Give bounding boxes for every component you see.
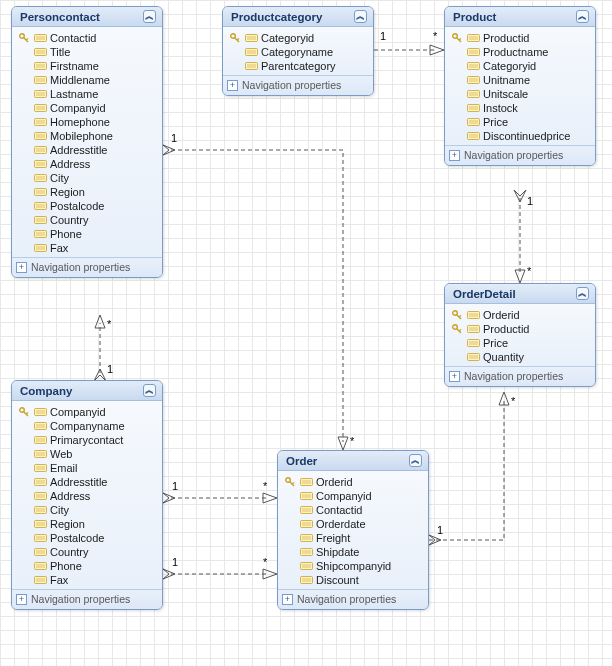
- nav-properties[interactable]: + Navigation properties: [12, 257, 162, 277]
- property-row[interactable]: Productname: [449, 45, 591, 59]
- property-icon: [299, 505, 313, 516]
- collapse-icon[interactable]: ︽: [354, 10, 367, 23]
- property-row[interactable]: Address: [16, 157, 158, 171]
- nav-properties[interactable]: + Navigation properties: [278, 589, 428, 609]
- expand-icon[interactable]: +: [449, 150, 460, 161]
- property-row[interactable]: Middlename: [16, 73, 158, 87]
- collapse-icon[interactable]: ︽: [409, 454, 422, 467]
- property-icon: [466, 103, 480, 114]
- multiplicity-star: *: [263, 556, 267, 568]
- property-row[interactable]: Orderid: [449, 308, 591, 322]
- property-row[interactable]: Contactid: [16, 31, 158, 45]
- entity-header[interactable]: Order ︽: [278, 451, 428, 471]
- entity-body: CompanyidCompanynamePrimarycontactWebEma…: [12, 401, 162, 589]
- entity-productcategory[interactable]: Productcategory ︽ CategoryidCategoryname…: [222, 6, 374, 96]
- property-row[interactable]: Address: [16, 489, 158, 503]
- property-row[interactable]: Region: [16, 517, 158, 531]
- property-row[interactable]: Email: [16, 461, 158, 475]
- property-row[interactable]: Homephone: [16, 115, 158, 129]
- entity-body: OrderidProductidPriceQuantity: [445, 304, 595, 366]
- property-row[interactable]: Region: [16, 185, 158, 199]
- nav-properties[interactable]: + Navigation properties: [445, 366, 595, 386]
- entity-company[interactable]: Company ︽ CompanyidCompanynamePrimarycon…: [11, 380, 163, 610]
- property-label: Freight: [316, 532, 350, 544]
- property-row[interactable]: Lastname: [16, 87, 158, 101]
- property-row[interactable]: Price: [449, 115, 591, 129]
- expand-icon[interactable]: +: [16, 594, 27, 605]
- nav-properties[interactable]: + Navigation properties: [12, 589, 162, 609]
- svg-rect-9: [34, 63, 46, 70]
- nav-properties[interactable]: + Navigation properties: [223, 75, 373, 95]
- property-row[interactable]: Quantity: [449, 350, 591, 364]
- property-row[interactable]: Unitname: [449, 73, 591, 87]
- property-row[interactable]: City: [16, 503, 158, 517]
- nav-label: Navigation properties: [31, 593, 130, 605]
- expand-icon[interactable]: +: [16, 262, 27, 273]
- property-row[interactable]: Categoryid: [449, 59, 591, 73]
- collapse-icon[interactable]: ︽: [576, 287, 589, 300]
- property-row[interactable]: Shipcompanyid: [282, 559, 424, 573]
- property-row[interactable]: Postalcode: [16, 199, 158, 213]
- property-row[interactable]: Productid: [449, 31, 591, 45]
- entity-order[interactable]: Order ︽ OrderidCompanyidContactidOrderda…: [277, 450, 429, 610]
- property-row[interactable]: Phone: [16, 559, 158, 573]
- property-row[interactable]: Primarycontact: [16, 433, 158, 447]
- property-label: Contactid: [316, 504, 362, 516]
- property-row[interactable]: Addresstitle: [16, 143, 158, 157]
- collapse-icon[interactable]: ︽: [143, 384, 156, 397]
- property-row[interactable]: Categoryname: [227, 45, 369, 59]
- entity-product[interactable]: Product ︽ ProductidProductnameCategoryid…: [444, 6, 596, 166]
- property-label: Companyid: [316, 490, 372, 502]
- entity-header[interactable]: Productcategory ︽: [223, 7, 373, 27]
- property-row[interactable]: Freight: [282, 531, 424, 545]
- property-icon: [33, 547, 47, 558]
- property-row[interactable]: Orderdate: [282, 517, 424, 531]
- property-row[interactable]: Productid: [449, 322, 591, 336]
- property-row[interactable]: Mobilephone: [16, 129, 158, 143]
- expand-icon[interactable]: +: [282, 594, 293, 605]
- property-row[interactable]: Price: [449, 336, 591, 350]
- property-row[interactable]: Phone: [16, 227, 158, 241]
- property-row[interactable]: Shipdate: [282, 545, 424, 559]
- property-label: Instock: [483, 102, 518, 114]
- property-row[interactable]: Contactid: [282, 503, 424, 517]
- entity-orderdetail[interactable]: OrderDetail ︽ OrderidProductidPriceQuant…: [444, 283, 596, 387]
- entity-personcontact[interactable]: Personcontact ︽ ContactidTitleFirstnameM…: [11, 6, 163, 278]
- entity-header[interactable]: OrderDetail ︽: [445, 284, 595, 304]
- property-row[interactable]: Country: [16, 545, 158, 559]
- property-row[interactable]: Firstname: [16, 59, 158, 73]
- property-row[interactable]: Web: [16, 447, 158, 461]
- property-row[interactable]: Postalcode: [16, 531, 158, 545]
- expand-icon[interactable]: +: [449, 371, 460, 382]
- property-row[interactable]: Country: [16, 213, 158, 227]
- svg-rect-69: [467, 49, 479, 56]
- property-row[interactable]: Categoryid: [227, 31, 369, 45]
- property-row[interactable]: Discount: [282, 573, 424, 587]
- property-row[interactable]: Addresstitle: [16, 475, 158, 489]
- collapse-icon[interactable]: ︽: [576, 10, 589, 23]
- property-row[interactable]: Companyname: [16, 419, 158, 433]
- property-row[interactable]: Orderid: [282, 475, 424, 489]
- property-row[interactable]: Companyid: [16, 101, 158, 115]
- property-row[interactable]: Parentcategory: [227, 59, 369, 73]
- property-row[interactable]: Instock: [449, 101, 591, 115]
- property-label: Companyname: [50, 420, 125, 432]
- entity-header[interactable]: Personcontact ︽: [12, 7, 162, 27]
- entity-header[interactable]: Product ︽: [445, 7, 595, 27]
- svg-rect-153: [300, 479, 312, 486]
- svg-line-152: [292, 483, 294, 485]
- nav-properties[interactable]: + Navigation properties: [445, 145, 595, 165]
- entity-header[interactable]: Company ︽: [12, 381, 162, 401]
- property-row[interactable]: Fax: [16, 241, 158, 255]
- expand-icon[interactable]: +: [227, 80, 238, 91]
- property-row[interactable]: Discontinuedprice: [449, 129, 591, 143]
- property-row[interactable]: Title: [16, 45, 158, 59]
- property-row[interactable]: Unitscale: [449, 87, 591, 101]
- property-row[interactable]: Companyid: [282, 489, 424, 503]
- property-row[interactable]: Companyid: [16, 405, 158, 419]
- property-row[interactable]: Fax: [16, 573, 158, 587]
- property-row[interactable]: City: [16, 171, 158, 185]
- property-label: Unitscale: [483, 88, 528, 100]
- property-label: Phone: [50, 560, 82, 572]
- collapse-icon[interactable]: ︽: [143, 10, 156, 23]
